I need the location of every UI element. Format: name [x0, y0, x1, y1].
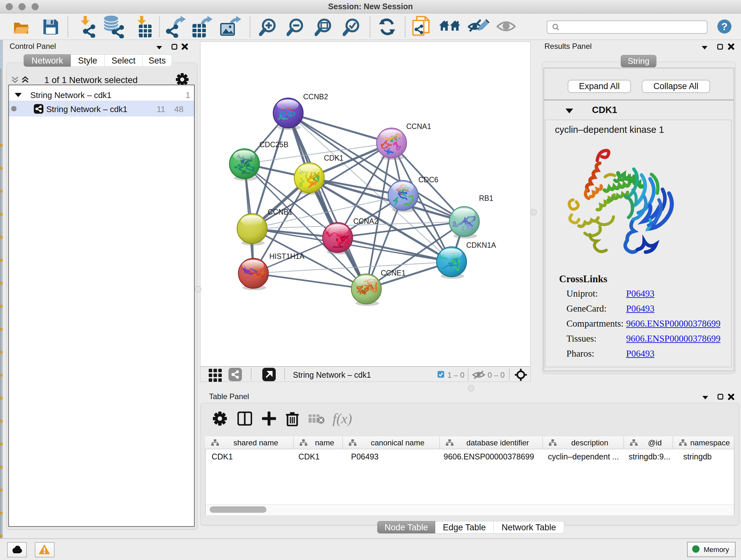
svg-text:CDK1: CDK1	[324, 154, 343, 162]
svg-text:CCNB2: CCNB2	[303, 92, 328, 101]
svg-text:CCNA1: CCNA1	[406, 122, 431, 131]
svg-text:CDKN1A: CDKN1A	[466, 241, 496, 249]
svg-text:HIST1H1A: HIST1H1A	[269, 252, 305, 260]
svg-text:CCNA2: CCNA2	[353, 217, 378, 226]
svg-text:CCNE1: CCNE1	[381, 269, 406, 277]
svg-text:RB1: RB1	[479, 194, 493, 202]
svg-text:CCNB1: CCNB1	[268, 208, 293, 216]
svg-text:CDC25B: CDC25B	[259, 140, 288, 149]
svg-text:CDC6: CDC6	[418, 176, 439, 184]
